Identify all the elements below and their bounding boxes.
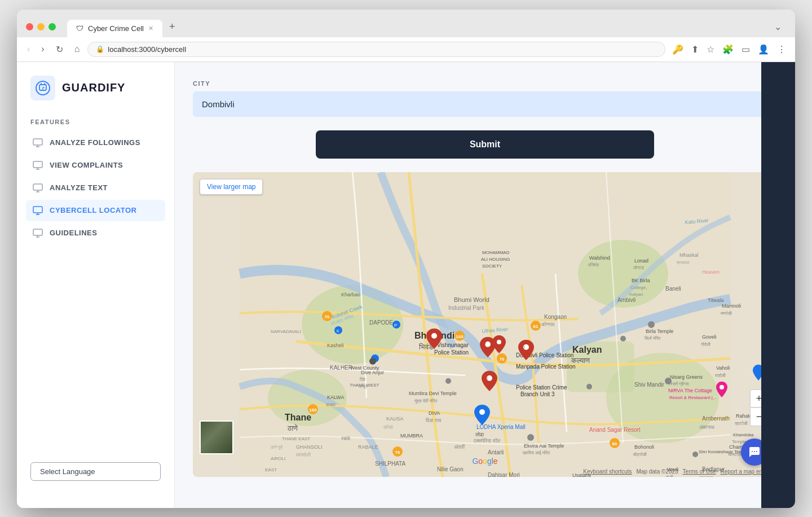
svg-text:अंजूर: अंजूर (359, 384, 368, 389)
more-options-icon[interactable]: ⋮ (775, 42, 788, 57)
city-input[interactable] (193, 91, 777, 117)
svg-text:MAHARE: MAHARE (299, 476, 318, 477)
svg-text:76: 76 (395, 450, 400, 455)
svg-text:Nisarg Greens: Nisarg Greens (670, 374, 703, 380)
sidebar-nav: ANALYZE FOLLOWINGS VIEW COMPLAINTS (17, 132, 174, 244)
svg-text:Kalyan: Kalyan (572, 345, 602, 354)
back-button[interactable]: ‹ (24, 42, 33, 56)
forward-button[interactable]: › (38, 42, 47, 56)
svg-point-173 (752, 451, 753, 452)
map-container: Bhiwandi भिवंडी Kalyan कल्याण Thane ठाणे… (193, 172, 777, 477)
sidebar-item-analyze-followings[interactable]: ANALYZE FOLLOWINGS (26, 132, 165, 154)
map-thumbnail (200, 420, 233, 454)
svg-point-102 (445, 378, 451, 384)
close-button[interactable] (26, 23, 33, 30)
svg-point-103 (431, 333, 437, 339)
keyboard-shortcuts[interactable]: Keyboard shortcuts (583, 468, 632, 475)
svg-text:Vaholi: Vaholi (716, 365, 730, 371)
svg-text:रबाळे: रबाळे (341, 435, 351, 441)
svg-text:Ambernath: Ambernath (702, 415, 730, 422)
svg-point-124 (648, 321, 655, 328)
browser-tabs: 🛡 Cyber Crime Cell ✕ + (67, 16, 182, 37)
svg-text:Lonad: Lonad (634, 258, 648, 264)
svg-rect-12 (33, 184, 42, 190)
active-tab[interactable]: 🛡 Cyber Crime Cell ✕ (67, 20, 162, 37)
browser-titlebar: 🛡 Cyber Crime Cell ✕ + ⌄ (17, 10, 795, 37)
maximize-button[interactable] (48, 23, 56, 30)
city-label: CITY (193, 80, 777, 87)
submit-button[interactable]: Submit (316, 130, 654, 159)
svg-text:Manpada Police Station: Manpada Police Station (516, 363, 576, 370)
svg-text:एकविरा आई मंदिर: एकविरा आई मंदिर (522, 450, 550, 455)
svg-text:Baneli: Baneli (665, 286, 681, 292)
svg-text:KAUSA: KAUSA (386, 416, 404, 422)
svg-text:Mhaskal: Mhaskal (679, 252, 699, 258)
terms-of-use[interactable]: Terms of Use (683, 468, 716, 475)
bookmark-icon[interactable]: ☆ (704, 42, 717, 57)
svg-text:निसर्ग ग्रीन्स: निसर्ग ग्रीन्स (668, 381, 689, 387)
split-view-icon[interactable]: ▭ (739, 42, 752, 57)
svg-text:Nilie Gaon: Nilie Gaon (437, 466, 464, 472)
profile-icon[interactable]: 👤 (756, 42, 771, 57)
extension-icon[interactable]: 🧩 (720, 42, 736, 57)
svg-text:Police Station: Police Station (434, 349, 469, 356)
url-text: localhost:3000/cybercell (108, 45, 186, 54)
address-bar[interactable]: 🔒 localhost:3000/cybercell (87, 42, 665, 57)
svg-text:RABALE: RABALE (358, 444, 378, 450)
home-button[interactable]: ⌂ (71, 42, 83, 56)
minimize-button[interactable] (37, 23, 45, 30)
svg-text:NIRVA The Cottage: NIRVA The Cottage (668, 388, 712, 393)
svg-text:NARVADAVALI: NARVADAVALI (271, 329, 301, 334)
svg-rect-15 (33, 207, 42, 213)
browser-menu-chevron[interactable]: ⌄ (774, 21, 786, 32)
sidebar-item-analyze-text[interactable]: ANALYZE TEXT (26, 177, 165, 199)
svg-text:Bhumi World: Bhumi World (454, 296, 489, 303)
svg-text:दिवे: दिवे (359, 376, 366, 382)
view-larger-map-button[interactable]: View larger map (200, 179, 263, 195)
svg-text:दिवा गाव: दिवा गाव (425, 418, 442, 423)
sidebar-item-view-complaints[interactable]: VIEW COMPLAINTS (26, 155, 165, 176)
upload-icon[interactable]: ⬆ (689, 42, 701, 57)
select-language-button[interactable]: Select Language (30, 462, 161, 481)
svg-point-106 (497, 340, 501, 344)
svg-text:Heaven: Heaven (702, 269, 720, 275)
svg-text:!: ! (524, 345, 525, 349)
key-icon[interactable]: 🔑 (670, 42, 686, 57)
svg-text:SHILPHATA: SHILPHATA (375, 461, 405, 467)
sidebar-item-guidelines[interactable]: GUIDELINES (26, 222, 165, 244)
svg-text:BK Birla: BK Birla (632, 278, 650, 283)
tab-title: Cyber Crime Cell (88, 24, 144, 33)
monitor-icon-active (33, 205, 43, 216)
svg-text:Titwala: Titwala (708, 297, 723, 303)
guidelines-label: GUIDELINES (50, 229, 97, 237)
tab-close-icon[interactable]: ✕ (148, 25, 153, 32)
svg-text:160: 160 (309, 408, 317, 413)
svg-point-100 (620, 336, 626, 341)
dark-right-panel (761, 62, 795, 508)
map-data: Map data ©2023 (637, 468, 678, 475)
lock-icon: 🔒 (96, 45, 104, 53)
svg-text:AIROLI: AIROLI (271, 456, 285, 461)
svg-text:लोनाड: लोनाड (633, 265, 644, 270)
svg-text:Dive Anjur: Dive Anjur (361, 370, 384, 375)
window-controls (26, 23, 56, 30)
svg-point-111 (479, 409, 485, 415)
new-tab-button[interactable]: + (162, 16, 182, 37)
svg-text:Bohonoli: Bohonoli (634, 444, 654, 450)
refresh-button[interactable]: ↻ (52, 42, 67, 57)
svg-text:Industrial Park: Industrial Park (448, 305, 485, 311)
svg-text:160: 160 (456, 334, 464, 339)
svg-text:MUMBRA: MUMBRA (400, 433, 423, 439)
svg-text:Anand Sagar Resort: Anand Sagar Resort (589, 427, 641, 433)
monitor-icon-2 (33, 160, 43, 170)
svg-text:Vishnunagar: Vishnunagar (437, 342, 469, 348)
sidebar-item-cybercell-locator[interactable]: CYBERCELL LOCATOR (26, 200, 165, 221)
svg-text:गोवेली: गोवेली (700, 341, 710, 347)
svg-text:कोसा: कोसा (383, 424, 394, 430)
svg-text:KALHER: KALHER (330, 365, 352, 371)
cybercell-locator-label: CYBERCELL LOCATOR (50, 206, 136, 214)
svg-text:EAST: EAST (265, 467, 277, 472)
svg-text:College,: College, (630, 285, 647, 290)
svg-text:MOHAMMAD: MOHAMMAD (482, 250, 510, 255)
svg-text:Ekvira Aai Temple: Ekvira Aai Temple (524, 443, 564, 449)
